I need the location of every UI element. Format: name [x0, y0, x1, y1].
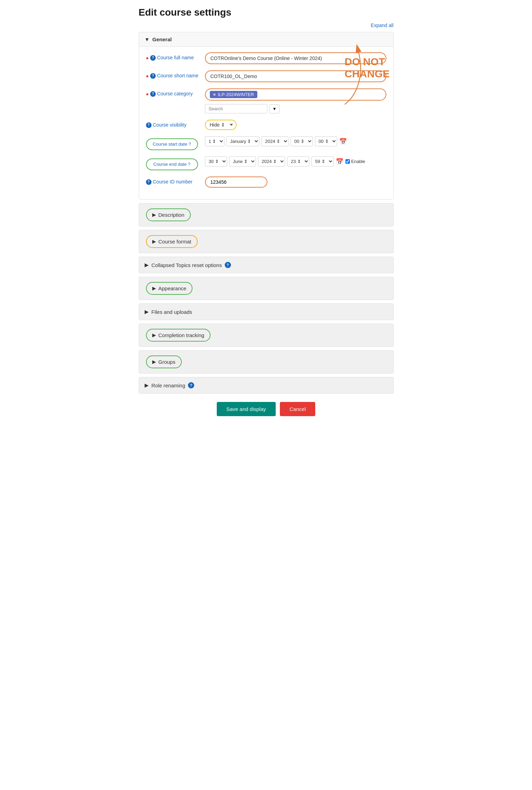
general-section-body: DO NOTCHANGE ● ? Course full name	[139, 46, 393, 199]
end-date-row: 30 ⇕ June ⇕ 2024 ⇕ 23 ⇕ 59 ⇕	[205, 156, 386, 166]
section-description: ▶ Description	[139, 203, 394, 226]
button-row: Save and display Cancel	[139, 402, 394, 423]
role-renaming-arrow: ▶	[145, 382, 149, 388]
section-completion-tracking: ▶ Completion tracking	[139, 324, 394, 347]
end-year-select[interactable]: 2024 ⇕	[258, 156, 285, 166]
course-short-name-input[interactable]	[205, 70, 386, 82]
collapsed-topics-header[interactable]: ▶ Collapsed Topics reset options ?	[139, 257, 393, 273]
start-date-row: 1 ⇕ January ⇕ 2024 ⇕ 00 ⇕ 00 ⇕	[205, 136, 386, 146]
groups-section-header[interactable]: ▶ Groups	[146, 355, 182, 368]
course-id-number-label: ? Course ID number	[146, 177, 201, 186]
help-icon-fullname[interactable]: ?	[150, 55, 156, 61]
end-month-select[interactable]: June ⇕	[229, 156, 256, 166]
save-and-display-button[interactable]: Save and display	[217, 402, 276, 416]
expand-all-link[interactable]: Expand all	[371, 23, 393, 28]
files-uploads-header[interactable]: ▶ Files and uploads	[139, 304, 393, 320]
course-end-date-control: 30 ⇕ June ⇕ 2024 ⇕ 23 ⇕ 59 ⇕	[205, 156, 386, 166]
end-hour-select[interactable]: 23 ⇕	[287, 156, 309, 166]
start-minute-select[interactable]: 00 ⇕	[315, 136, 337, 146]
files-uploads-label: Files and uploads	[152, 309, 192, 315]
section-files-uploads: ▶ Files and uploads	[139, 303, 394, 320]
course-start-date-row: Course start date ? 1 ⇕ January ⇕ 2024 ⇕	[146, 136, 386, 150]
groups-arrow: ▶	[152, 359, 156, 364]
course-end-date-row: Course end date ? 30 ⇕ June ⇕ 2024 ⇕	[146, 156, 386, 170]
completion-tracking-header[interactable]: ▶ Completion tracking	[146, 329, 211, 342]
course-visibility-label: ? Course visibility	[146, 120, 201, 129]
course-start-date-label: Course start date ?	[146, 138, 198, 150]
help-icon-role-renaming[interactable]: ?	[188, 382, 194, 388]
start-day-select[interactable]: 1 ⇕	[205, 136, 224, 146]
course-visibility-control: Hide ⇕ Show ⇕	[205, 120, 386, 130]
files-uploads-arrow: ▶	[145, 309, 149, 315]
course-format-label: Course format	[158, 239, 191, 244]
role-renaming-header[interactable]: ▶ Role renaming ?	[139, 377, 393, 393]
section-collapsed-topics: ▶ Collapsed Topics reset options ?	[139, 257, 394, 273]
general-arrow: ▼	[145, 36, 150, 42]
help-icon-idnumber[interactable]: ?	[146, 179, 152, 185]
help-icon-category[interactable]: ?	[150, 91, 156, 97]
appearance-section-header[interactable]: ▶ Appearance	[146, 282, 193, 295]
start-month-select[interactable]: January ⇕	[226, 136, 259, 146]
course-start-date-label-wrapper: Course start date ?	[146, 136, 201, 150]
required-icon-shortname: ●	[146, 73, 149, 80]
course-visibility-row: ? Course visibility Hide ⇕ Show ⇕	[146, 120, 386, 130]
course-short-name-row: ● ? Course short name	[146, 70, 386, 82]
collapsed-topics-label: Collapsed Topics reset options	[152, 262, 222, 268]
description-label: Description	[158, 212, 185, 218]
description-section-header[interactable]: ▶ Description	[146, 208, 191, 221]
course-full-name-label: ● ? Course full name	[146, 52, 201, 62]
end-calendar-icon[interactable]: 📅	[336, 158, 343, 165]
course-format-section-header[interactable]: ▶ Course format	[146, 235, 198, 248]
required-icon-category: ●	[146, 91, 149, 98]
course-id-number-input[interactable]	[205, 177, 267, 188]
end-date-enable-label: Enable	[345, 159, 365, 164]
help-icon-enddate[interactable]: ?	[188, 161, 190, 168]
course-category-control: × ILP-2024WINTER ▼	[205, 88, 386, 113]
course-full-name-control	[205, 52, 386, 64]
category-search-input[interactable]	[205, 104, 267, 113]
completion-tracking-arrow: ▶	[152, 333, 156, 338]
start-calendar-icon[interactable]: 📅	[339, 138, 347, 145]
course-full-name-input[interactable]	[205, 52, 386, 64]
course-format-arrow: ▶	[152, 239, 156, 244]
page-title: Edit course settings	[139, 7, 394, 18]
category-search-row: ▼	[205, 104, 386, 113]
category-container: × ILP-2024WINTER	[205, 88, 386, 101]
groups-label: Groups	[158, 359, 175, 365]
completion-tracking-label: Completion tracking	[158, 332, 205, 338]
appearance-label: Appearance	[158, 285, 187, 291]
general-label: General	[152, 36, 172, 42]
start-hour-select[interactable]: 00 ⇕	[291, 136, 313, 146]
course-id-number-row: ? Course ID number	[146, 177, 386, 188]
end-minute-select[interactable]: 59 ⇕	[311, 156, 334, 166]
end-date-enable-checkbox[interactable]	[345, 159, 350, 164]
help-icon-startdate[interactable]: ?	[189, 141, 191, 147]
course-id-number-control	[205, 177, 386, 188]
course-end-date-label-wrapper: Course end date ?	[146, 156, 201, 170]
course-category-row: ● ? Course category × ILP-2024WINTER ▼	[146, 88, 386, 113]
end-day-select[interactable]: 30 ⇕	[205, 156, 227, 166]
help-icon-visibility[interactable]: ?	[146, 122, 152, 128]
course-end-date-label: Course end date ?	[146, 158, 198, 170]
appearance-arrow: ▶	[152, 286, 156, 291]
course-category-label: ● ? Course category	[146, 88, 201, 98]
course-short-name-label: ● ? Course short name	[146, 70, 201, 80]
start-year-select[interactable]: 2024 ⇕	[261, 136, 289, 146]
help-icon-shortname[interactable]: ?	[150, 73, 156, 79]
description-arrow: ▶	[152, 212, 156, 217]
course-visibility-select[interactable]: Hide ⇕ Show ⇕	[205, 120, 237, 130]
role-renaming-label: Role renaming	[152, 383, 186, 388]
required-icon: ●	[146, 55, 149, 62]
category-tag: × ILP-2024WINTER	[210, 91, 258, 98]
course-full-name-row: ● ? Course full name	[146, 52, 386, 64]
general-section: ▼ General DO NOTCHANGE ●	[139, 32, 394, 200]
section-groups: ▶ Groups	[139, 350, 394, 373]
section-role-renaming: ▶ Role renaming ?	[139, 377, 394, 394]
category-search-dropdown-btn[interactable]: ▼	[269, 104, 280, 113]
category-tag-label: ILP-2024WINTER	[218, 92, 254, 97]
help-icon-collapsed-topics[interactable]: ?	[225, 262, 231, 268]
category-remove-btn[interactable]: ×	[213, 92, 216, 97]
cancel-button[interactable]: Cancel	[280, 402, 316, 416]
general-section-header[interactable]: ▼ General	[139, 32, 393, 46]
course-start-date-control: 1 ⇕ January ⇕ 2024 ⇕ 00 ⇕ 00 ⇕	[205, 136, 386, 146]
